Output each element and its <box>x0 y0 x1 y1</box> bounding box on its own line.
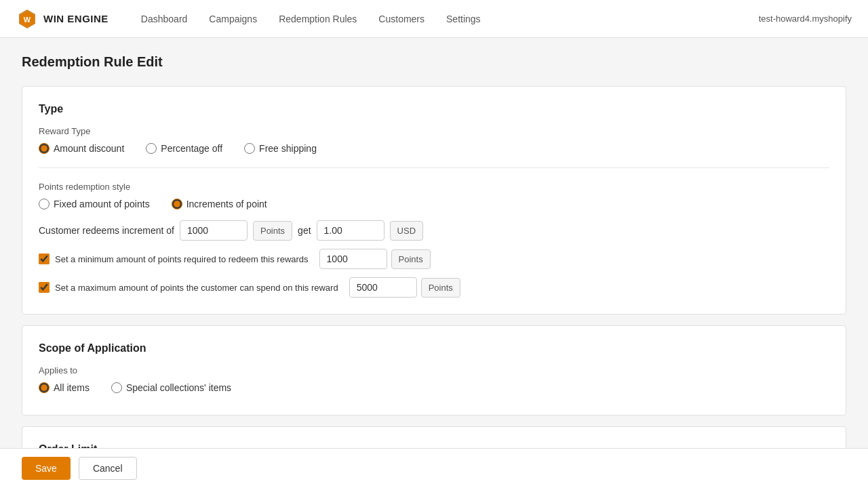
min-points-row: Set a minimum amount of points required … <box>39 249 829 269</box>
action-bar: Save Cancel <box>0 448 868 488</box>
radio-fixed-points[interactable]: Fixed amount of points <box>39 199 150 209</box>
min-points-checkbox[interactable] <box>39 253 50 264</box>
nav-campaigns[interactable]: Campaigns <box>209 14 257 24</box>
reward-type-label: Reward Type <box>39 126 829 136</box>
special-collections-label: Special collections' items <box>126 382 231 393</box>
type-section-title: Type <box>39 103 829 115</box>
min-points-label: Set a minimum amount of points required … <box>55 254 309 264</box>
min-points-input[interactable] <box>319 249 387 269</box>
increments-label: Increments of point <box>186 199 267 209</box>
max-points-checkbox[interactable] <box>39 282 50 293</box>
min-points-unit: Points <box>391 249 431 269</box>
main-nav: Dashboard Campaigns Redemption Rules Cus… <box>141 14 759 24</box>
radio-amount-discount[interactable]: Amount discount <box>39 143 124 154</box>
points-section: Points redemption style Fixed amount of … <box>39 182 829 298</box>
nav-redemption-rules[interactable]: Redemption Rules <box>279 14 357 24</box>
logo-area: W WIN ENGINE <box>16 8 108 30</box>
type-card: Type Reward Type Amount discount Percent… <box>22 86 846 314</box>
points-unit-badge: Points <box>253 221 292 241</box>
radio-free-shipping[interactable]: Free shipping <box>244 143 317 154</box>
svg-text:W: W <box>24 16 31 24</box>
radio-all-items[interactable]: All items <box>39 382 90 393</box>
fixed-points-label: Fixed amount of points <box>54 199 150 209</box>
nav-dashboard[interactable]: Dashboard <box>141 14 188 24</box>
reward-type-group: Amount discount Percentage off Free ship… <box>39 143 829 154</box>
all-items-label: All items <box>54 382 90 393</box>
max-points-unit: Points <box>421 278 460 298</box>
radio-increments[interactable]: Increments of point <box>172 199 267 209</box>
increment-points-input[interactable] <box>180 220 248 241</box>
store-name: test-howard4.myshopify <box>759 14 852 24</box>
nav-settings[interactable]: Settings <box>446 14 481 24</box>
section-divider <box>39 167 829 168</box>
increment-amount-input[interactable] <box>317 220 384 241</box>
min-points-input-group: Points <box>319 249 431 269</box>
reward-type-shipping-label: Free shipping <box>259 143 317 154</box>
app-name: WIN ENGINE <box>43 13 108 24</box>
main-content: Redemption Rule Edit Type Reward Type Am… <box>0 38 868 488</box>
max-points-input-group: Points <box>349 277 460 298</box>
app-logo-icon: W <box>16 8 38 30</box>
points-style-group: Fixed amount of points Increments of poi… <box>39 199 829 209</box>
reward-type-amount-label: Amount discount <box>54 143 124 154</box>
page-title: Redemption Rule Edit <box>22 54 846 70</box>
points-style-label: Points redemption style <box>39 182 829 192</box>
scope-card: Scope of Application Applies to All item… <box>22 325 846 415</box>
increment-row: Customer redeems increment of Points get… <box>39 220 829 241</box>
get-label: get <box>298 225 311 236</box>
scope-section-title: Scope of Application <box>39 342 829 354</box>
reward-type-percentage-label: Percentage off <box>161 143 222 154</box>
radio-special-collections[interactable]: Special collections' items <box>111 382 231 393</box>
header: W WIN ENGINE Dashboard Campaigns Redempt… <box>0 0 868 38</box>
cancel-button[interactable]: Cancel <box>79 457 137 480</box>
max-points-label: Set a maximum amount of points the custo… <box>55 283 338 293</box>
max-points-row: Set a maximum amount of points the custo… <box>39 277 829 298</box>
applies-to-label: Applies to <box>39 365 829 375</box>
applies-to-group: All items Special collections' items <box>39 382 829 393</box>
nav-customers[interactable]: Customers <box>378 14 425 24</box>
increment-prefix: Customer redeems increment of <box>39 225 174 236</box>
max-points-input[interactable] <box>349 277 417 298</box>
save-button[interactable]: Save <box>22 457 71 480</box>
amount-unit-badge: USD <box>390 221 423 241</box>
radio-percentage-off[interactable]: Percentage off <box>146 143 222 154</box>
